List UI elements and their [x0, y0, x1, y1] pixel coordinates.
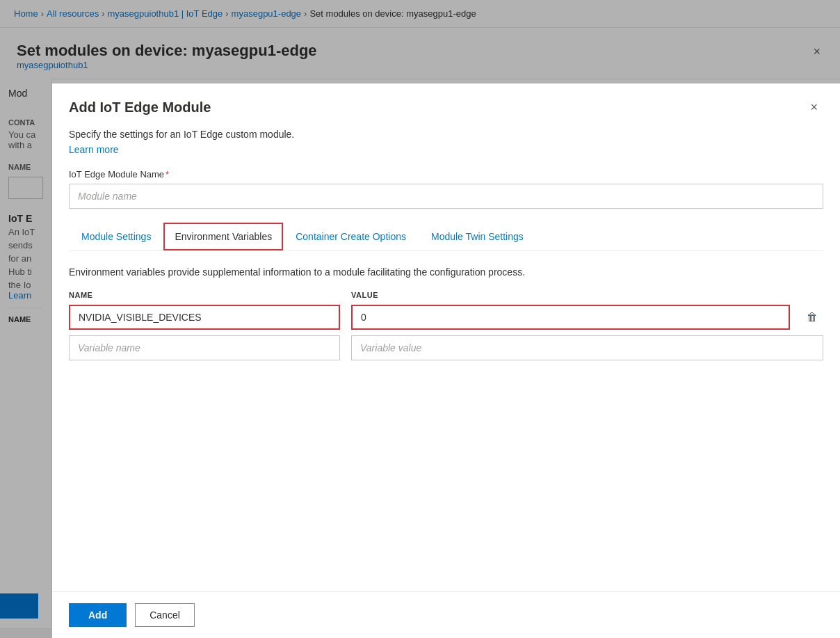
- module-name-input[interactable]: [69, 184, 823, 209]
- modal-dialog: Add IoT Edge Module × Specify the settin…: [52, 83, 840, 638]
- module-name-label: IoT Edge Module Name*: [69, 169, 823, 180]
- learn-more-link[interactable]: Learn more: [69, 144, 119, 155]
- modal-footer: Add Cancel: [52, 591, 840, 638]
- name-column-header: NAME: [69, 291, 340, 299]
- cancel-button[interactable]: Cancel: [135, 603, 195, 627]
- module-name-field-section: IoT Edge Module Name*: [69, 169, 823, 209]
- env-row-2: [69, 335, 823, 360]
- env-table-header: NAME VALUE: [69, 291, 823, 299]
- add-button[interactable]: Add: [69, 603, 127, 627]
- env-vars-table: NAME VALUE 🗑: [69, 291, 823, 360]
- tab-module-settings[interactable]: Module Settings: [69, 223, 163, 250]
- modal-description: Specify the settings for an IoT Edge cus…: [69, 129, 823, 140]
- env-row-2-value-input[interactable]: [351, 335, 823, 360]
- value-column-header: VALUE: [351, 291, 823, 299]
- env-row-1-value-input[interactable]: [351, 305, 790, 330]
- env-row-2-name-input[interactable]: [69, 335, 340, 360]
- env-row-1-name-input[interactable]: [69, 305, 340, 330]
- modal-body: Specify the settings for an IoT Edge cus…: [52, 118, 840, 591]
- tabs-container: Module Settings Environment Variables Co…: [69, 223, 823, 251]
- modal-header: Add IoT Edge Module ×: [52, 83, 840, 118]
- env-vars-tab-content: Environment variables provide supplement…: [69, 265, 823, 360]
- env-row-1-delete-button[interactable]: 🗑: [801, 308, 823, 326]
- modal-close-button[interactable]: ×: [805, 97, 823, 118]
- tab-module-twin-settings[interactable]: Module Twin Settings: [419, 223, 536, 250]
- tabs: Module Settings Environment Variables Co…: [69, 223, 823, 250]
- env-row-1: 🗑: [69, 305, 823, 330]
- modal-title: Add IoT Edge Module: [69, 99, 211, 115]
- env-vars-description: Environment variables provide supplement…: [69, 265, 823, 280]
- tab-environment-variables[interactable]: Environment Variables: [163, 223, 283, 250]
- tab-container-create-options[interactable]: Container Create Options: [283, 223, 419, 250]
